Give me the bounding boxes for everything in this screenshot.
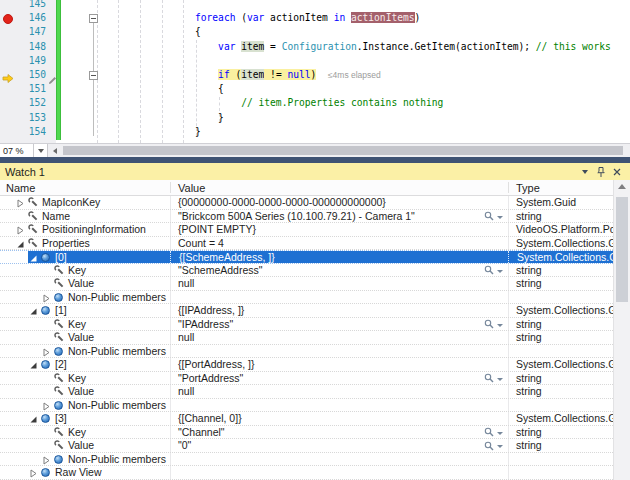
code-line[interactable]: 145	[0, 0, 630, 11]
watch-row[interactable]: [2]{[PortAddress, ]}System.Collections.G…	[0, 358, 613, 372]
code-line[interactable]: 152 // item.Properties contains nothing	[0, 96, 630, 110]
watch-row[interactable]: [0]{[SchemeAddress, ]}System.Collections…	[0, 250, 613, 264]
value-visualizer-control[interactable]	[484, 319, 503, 330]
watch-name-cell: Value	[0, 385, 170, 398]
line-number: 151	[18, 82, 46, 96]
magnifier-icon[interactable]	[484, 211, 494, 222]
watch-row[interactable]: Raw View	[0, 466, 613, 480]
expander-collapsed-icon[interactable]	[42, 347, 51, 356]
value-visualizer-control[interactable]	[484, 373, 503, 384]
magnifier-icon[interactable]	[484, 373, 494, 384]
expander-expanded-icon[interactable]	[29, 306, 38, 315]
watch-row[interactable]: Key"SchemeAddress"string	[0, 264, 613, 278]
watch-type-cell: System.Collections.G...	[508, 304, 613, 317]
close-button[interactable]	[610, 163, 624, 180]
code-line[interactable]: 153 }	[0, 111, 630, 125]
magnifier-icon[interactable]	[484, 427, 494, 438]
window-position-button[interactable]	[578, 163, 592, 180]
watch-type-cell: VideoOS.Platform.Po...	[508, 223, 613, 236]
collapse-toggle-if[interactable]	[89, 71, 98, 80]
vertical-scroll-thumb[interactable]	[616, 197, 628, 302]
watch-row[interactable]: Non-Public members	[0, 291, 613, 305]
dropdown-caret-icon[interactable]	[497, 324, 503, 327]
code-line[interactable]: 147{	[0, 25, 630, 39]
zoom-dropdown-button[interactable]	[34, 144, 48, 157]
value-visualizer-control[interactable]	[484, 211, 503, 222]
expander-expanded-icon[interactable]	[29, 253, 38, 262]
watch-row[interactable]: Valuenullstring	[0, 385, 613, 399]
dropdown-caret-icon[interactable]	[497, 270, 503, 273]
code-line[interactable]: 151 {	[0, 82, 630, 96]
expander-collapsed-icon[interactable]	[42, 455, 51, 464]
watch-value-cell	[170, 466, 508, 479]
code-line[interactable]: 154}	[0, 125, 630, 139]
expander-collapsed-icon[interactable]	[16, 225, 25, 234]
column-header-type[interactable]: Type	[516, 181, 540, 195]
watch-name-label: Value	[68, 277, 94, 290]
close-icon	[613, 168, 621, 176]
code-line[interactable]: 148 var item = Configuration.Instance.Ge…	[0, 40, 630, 54]
horizontal-scroll-track[interactable]	[62, 144, 630, 157]
expander-collapsed-icon[interactable]	[42, 293, 51, 302]
magnifier-icon[interactable]	[484, 265, 494, 276]
watch-type-cell: System.Collections.G...	[508, 358, 613, 371]
watch-name-label: Value	[68, 385, 94, 398]
watch-type-cell: System.Collections.G...	[508, 251, 613, 263]
watch-row[interactable]: Non-Public members	[0, 345, 613, 359]
watch-row[interactable]: PositioningInformation{POINT EMPTY}Video…	[0, 223, 613, 237]
pin-button[interactable]	[594, 163, 608, 180]
watch-row[interactable]: Non-Public members	[0, 399, 613, 413]
class-icon	[41, 467, 51, 477]
scroll-left-button[interactable]	[48, 144, 62, 157]
watch-type-cell: string	[508, 264, 613, 277]
collapse-toggle-foreach[interactable]	[89, 14, 98, 23]
watch-row[interactable]: Key"PortAddress"string	[0, 372, 613, 386]
line-number: 154	[18, 125, 46, 139]
watch-row[interactable]: [1]{[IPAddress, ]}System.Collections.G..…	[0, 304, 613, 318]
watch-row[interactable]: Valuenullstring	[0, 277, 613, 291]
watch-name-cell: Value	[0, 439, 170, 452]
dropdown-caret-icon[interactable]	[497, 216, 503, 219]
column-resize-handle[interactable]	[508, 182, 509, 193]
expander-expanded-icon[interactable]	[29, 414, 38, 423]
watch-value-cell: "Brickcom 500A Series (10.100.79.21) - C…	[170, 210, 508, 223]
value-visualizer-control[interactable]	[484, 441, 503, 452]
watch-name-label: [1]	[55, 304, 67, 317]
watch-row[interactable]: Name"Brickcom 500A Series (10.100.79.21)…	[0, 210, 613, 224]
column-header-name[interactable]: Name	[6, 181, 35, 195]
expander-collapsed-icon[interactable]	[29, 468, 38, 477]
expander-expanded-icon[interactable]	[29, 360, 38, 369]
code-editor[interactable]: 145146foreach (var actionItem in actionI…	[0, 0, 630, 143]
watch-name-cell: Key	[0, 426, 170, 439]
breakpoint-icon[interactable]	[3, 14, 13, 24]
watch-value-cell: "Channel"	[170, 426, 508, 439]
dropdown-caret-icon[interactable]	[497, 445, 503, 448]
watch-row[interactable]: PropertiesCount = 4System.Collections.G.…	[0, 237, 613, 251]
watch-vertical-scrollbar[interactable]	[613, 180, 630, 480]
editor-zoom-control[interactable]: 07 %	[0, 144, 34, 157]
watch-row[interactable]: Non-Public members	[0, 453, 613, 467]
watch-value-cell: {[SchemeAddress, ]}	[170, 251, 508, 263]
watch-row[interactable]: MapIconKey{00000000-0000-0000-0000-00000…	[0, 196, 613, 210]
column-resize-handle[interactable]	[170, 182, 171, 193]
horizontal-scroll-thumb[interactable]	[63, 146, 623, 155]
watch-row[interactable]: Key"IPAddress"string	[0, 318, 613, 332]
scroll-up-icon[interactable]	[618, 184, 626, 189]
watch-row[interactable]: [3]{[Channel, 0]}System.Collections.G...	[0, 412, 613, 426]
column-header-value[interactable]: Value	[178, 181, 205, 195]
value-visualizer-control[interactable]	[484, 265, 503, 276]
expander-collapsed-icon[interactable]	[42, 401, 51, 410]
value-visualizer-control[interactable]	[484, 427, 503, 438]
watch-type-cell: string	[508, 277, 613, 290]
magnifier-icon[interactable]	[484, 441, 494, 452]
dropdown-caret-icon[interactable]	[497, 378, 503, 381]
dropdown-caret-icon[interactable]	[497, 432, 503, 435]
expander-collapsed-icon[interactable]	[16, 198, 25, 207]
watch-row[interactable]: Valuenullstring	[0, 331, 613, 345]
expander-expanded-icon[interactable]	[16, 239, 25, 248]
watch-row[interactable]: Key"Channel"string	[0, 426, 613, 440]
watch-title-bar[interactable]: Watch 1	[0, 163, 630, 180]
code-line[interactable]: 149	[0, 54, 630, 68]
magnifier-icon[interactable]	[484, 319, 494, 330]
watch-row[interactable]: Value"0"string	[0, 439, 613, 453]
